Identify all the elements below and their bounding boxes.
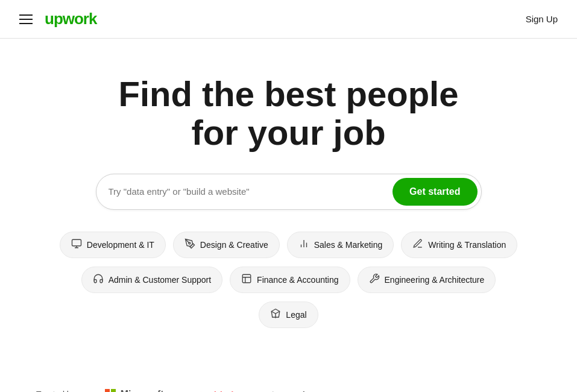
finance-icon (241, 273, 252, 286)
get-started-button[interactable]: Get started (393, 178, 477, 206)
nasdaq-symbol: ∿ (270, 389, 278, 392)
hamburger-menu[interactable] (19, 14, 33, 24)
trusted-section: Trusted by Microsoft ⌂ airbnb ∿ Nasdaq A… (0, 364, 577, 392)
category-pill-finance[interactable]: Finance & Accounting (230, 267, 350, 293)
categories-section: Development & IT Design & Creative Sales… (12, 232, 565, 328)
nasdaq-logo: ∿ Nasdaq (270, 389, 315, 392)
airbnb-icon: ⌂ (198, 388, 204, 392)
design-icon (184, 238, 195, 251)
category-row-1: Development & IT Design & Creative Sales… (60, 232, 517, 258)
airbnb-logo: ⌂ airbnb (198, 388, 237, 392)
category-pill-legal[interactable]: Legal (259, 302, 318, 328)
category-label-engineering: Engineering & Architecture (385, 275, 485, 285)
category-pill-engineering[interactable]: Engineering & Architecture (358, 267, 496, 293)
automattic-logo: AUTOMATTIC (350, 390, 410, 392)
category-label-finance: Finance & Accounting (257, 275, 338, 285)
category-pill-sales[interactable]: Sales & Marketing (287, 232, 394, 258)
category-label-writing: Writing & Translation (428, 240, 506, 250)
hero-title-line1: Find the best people (119, 74, 459, 113)
category-label-admin: Admin & Customer Support (109, 275, 211, 285)
microsoft-grid-icon (105, 389, 116, 392)
search-input[interactable] (109, 186, 393, 197)
engineering-icon (369, 273, 380, 286)
category-label-dev-it: Development & IT (87, 240, 154, 250)
category-label-design: Design & Creative (200, 240, 268, 250)
svg-rect-2 (242, 274, 251, 283)
category-pill-dev-it[interactable]: Development & IT (60, 232, 166, 258)
category-row-2: Admin & Customer Support Finance & Accou… (81, 267, 496, 293)
logo-text: upwork (45, 10, 96, 28)
microsoft-text: Microsoft (121, 389, 164, 392)
hero-title-line2: for your job (191, 113, 385, 152)
svg-point-1 (189, 242, 191, 244)
legal-icon (270, 308, 281, 321)
header: upwork Sign Up (0, 0, 577, 39)
category-label-sales: Sales & Marketing (314, 240, 383, 250)
trusted-label: Trusted by (36, 390, 76, 392)
svg-rect-0 (72, 239, 81, 246)
upwork-logo[interactable]: upwork (45, 10, 96, 28)
nasdaq-text: Nasdaq (283, 390, 315, 392)
search-bar: Get started (96, 174, 482, 210)
admin-icon (93, 273, 104, 286)
category-row-3: Legal (259, 302, 318, 328)
sales-icon (298, 238, 309, 251)
writing-icon (412, 238, 423, 251)
hero-title: Find the best people for your job (119, 75, 459, 152)
category-label-legal: Legal (286, 310, 306, 320)
category-pill-admin[interactable]: Admin & Customer Support (81, 267, 222, 293)
hero-section: Find the best people for your job Get st… (0, 39, 577, 352)
microsoft-logo: Microsoft (105, 389, 164, 392)
header-left: upwork (19, 10, 96, 28)
category-pill-writing[interactable]: Writing & Translation (401, 232, 517, 258)
trusted-logos: Microsoft ⌂ airbnb ∿ Nasdaq AUTOMATTIC (105, 388, 541, 392)
sign-up-button[interactable]: Sign Up (526, 14, 558, 24)
category-pill-design[interactable]: Design & Creative (173, 232, 280, 258)
airbnb-text: airbnb (209, 390, 237, 392)
dev-it-icon (71, 238, 82, 251)
automattic-text: AUTOMATTIC (350, 390, 410, 392)
